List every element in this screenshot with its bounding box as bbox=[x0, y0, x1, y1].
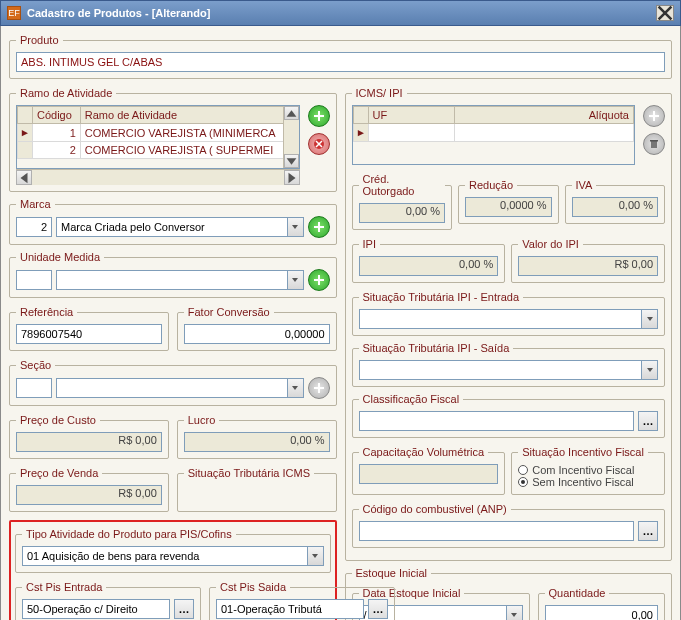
ipi-legend: IPI bbox=[359, 238, 380, 250]
window-title: Cadastro de Produtos - [Alterando] bbox=[27, 7, 210, 19]
title-bar: EF Cadastro de Produtos - [Alterando] bbox=[0, 0, 681, 26]
fator-legend: Fator Conversão bbox=[184, 306, 274, 318]
cred-outorgado-group: Créd. Outorgado 0,00 % bbox=[352, 173, 453, 230]
pis-entrada-lookup-button[interactable]: … bbox=[174, 599, 194, 619]
marca-group: Marca bbox=[9, 198, 337, 245]
quantidade-legend: Quantidade bbox=[545, 587, 610, 599]
unidade-combo[interactable] bbox=[56, 270, 304, 290]
ramo-legend: Ramo de Atividade bbox=[16, 87, 116, 99]
ramo-group: Ramo de Atividade Código Ramo de Ativida… bbox=[9, 87, 337, 192]
iva-value: 0,00 % bbox=[572, 197, 659, 217]
produto-input[interactable] bbox=[16, 52, 665, 72]
svg-rect-2 bbox=[650, 140, 658, 142]
produto-legend: Produto bbox=[16, 34, 63, 46]
pis-saida-input[interactable] bbox=[216, 599, 364, 619]
cap-vol-legend: Capacitação Volumétrica bbox=[359, 446, 489, 458]
unidade-add-button[interactable] bbox=[308, 269, 330, 291]
estoque-legend: Estoque Inicial bbox=[352, 567, 432, 579]
icms-grid[interactable]: UF Alíquota ▸ bbox=[352, 105, 636, 165]
scroll-down[interactable] bbox=[284, 154, 299, 168]
cod-combustivel-group: Código do combustivel (ANP) … bbox=[352, 503, 666, 548]
icms-ipi-legend: ICMS/ IPI bbox=[352, 87, 407, 99]
fator-input[interactable] bbox=[184, 324, 330, 344]
sit-ipi-saida-legend: Situação Tributária IPI - Saída bbox=[359, 342, 514, 354]
quantidade-input[interactable] bbox=[545, 605, 659, 620]
reducao-group: Redução 0,0000 % bbox=[458, 179, 559, 224]
lucro-group: Lucro 0,00 % bbox=[177, 414, 337, 459]
sit-ipi-saida-combo[interactable] bbox=[359, 360, 659, 380]
unidade-code-input[interactable] bbox=[16, 270, 52, 290]
secao-group: Seção bbox=[9, 359, 337, 406]
incentivo-com-radio[interactable]: Com Incentivo Fiscal bbox=[518, 464, 658, 476]
fator-group: Fator Conversão bbox=[177, 306, 337, 351]
table-row[interactable]: ▸ 1 COMERCIO VAREJISTA (MINIMERCA bbox=[18, 124, 299, 142]
icms-ipi-group: ICMS/ IPI UF Alíquota ▸ bbox=[345, 87, 673, 561]
referencia-group: Referência bbox=[9, 306, 169, 351]
sit-ipi-entrada-group: Situação Tributária IPI - Entrada bbox=[352, 291, 666, 336]
secao-legend: Seção bbox=[16, 359, 55, 371]
chevron-down-icon[interactable] bbox=[641, 361, 657, 379]
close-button[interactable] bbox=[656, 5, 674, 21]
piscofins-highlight: Tipo Atividade do Produto para PIS/Cofin… bbox=[9, 520, 337, 620]
cod-combustivel-input[interactable] bbox=[359, 521, 635, 541]
reducao-legend: Redução bbox=[465, 179, 517, 191]
icms-add-button[interactable] bbox=[643, 105, 665, 127]
secao-add-button[interactable] bbox=[308, 377, 330, 399]
class-fiscal-lookup-button[interactable]: … bbox=[638, 411, 658, 431]
valor-ipi-group: Valor do IPI R$ 0,00 bbox=[511, 238, 665, 283]
scroll-left[interactable] bbox=[16, 170, 32, 185]
referencia-input[interactable] bbox=[16, 324, 162, 344]
chevron-down-icon[interactable] bbox=[641, 310, 657, 328]
secao-code-input[interactable] bbox=[16, 378, 52, 398]
scroll-up[interactable] bbox=[284, 106, 299, 120]
scroll-right[interactable] bbox=[284, 170, 300, 185]
unidade-group: Unidade Medida bbox=[9, 251, 337, 298]
reducao-value: 0,0000 % bbox=[465, 197, 552, 217]
secao-combo[interactable] bbox=[56, 378, 304, 398]
sit-ipi-entrada-legend: Situação Tributária IPI - Entrada bbox=[359, 291, 524, 303]
sit-ipi-entrada-combo[interactable] bbox=[359, 309, 659, 329]
valor-ipi-value: R$ 0,00 bbox=[518, 256, 658, 276]
ramo-grid[interactable]: Código Ramo de Atividade ▸ 1 COMERCIO VA… bbox=[16, 105, 300, 169]
ramo-delete-button[interactable] bbox=[308, 133, 330, 155]
marca-add-button[interactable] bbox=[308, 216, 330, 238]
class-fiscal-group: Classificação Fiscal … bbox=[352, 393, 666, 438]
preco-custo-group: Preço de Custo R$ 0,00 bbox=[9, 414, 169, 459]
chevron-down-icon[interactable] bbox=[287, 271, 303, 289]
pis-entrada-group: Cst Pis Entrada … bbox=[15, 581, 201, 620]
marca-combo[interactable] bbox=[56, 217, 304, 237]
table-row[interactable]: 2 COMERCIO VAREJISTA ( SUPERMEI bbox=[18, 142, 299, 159]
cap-vol-group: Capacitação Volumétrica bbox=[352, 446, 506, 495]
tipo-atividade-combo[interactable] bbox=[22, 546, 324, 566]
cred-outorgado-legend: Créd. Outorgado bbox=[359, 173, 446, 197]
tipo-atividade-group: Tipo Atividade do Produto para PIS/Cofin… bbox=[15, 528, 331, 573]
marca-code-input[interactable] bbox=[16, 217, 52, 237]
ipi-group: IPI 0,00 % bbox=[352, 238, 506, 283]
incentivo-sem-radio[interactable]: Sem Incentivo Fiscal bbox=[518, 476, 658, 488]
ramo-col-desc: Ramo de Atividade bbox=[80, 107, 298, 124]
ramo-add-button[interactable] bbox=[308, 105, 330, 127]
class-fiscal-input[interactable] bbox=[359, 411, 635, 431]
window-content: Produto Ramo de Atividade Código Ramo de… bbox=[0, 26, 681, 620]
chevron-down-icon[interactable] bbox=[287, 379, 303, 397]
cod-combustivel-lookup-button[interactable]: … bbox=[638, 521, 658, 541]
chevron-down-icon[interactable] bbox=[506, 606, 522, 620]
radio-icon bbox=[518, 465, 528, 475]
sit-ipi-saida-group: Situação Tributária IPI - Saída bbox=[352, 342, 666, 387]
pis-saida-lookup-button[interactable]: … bbox=[368, 599, 388, 619]
class-fiscal-legend: Classificação Fiscal bbox=[359, 393, 464, 405]
sit-icms-group: Situação Tributária ICMS bbox=[177, 467, 337, 512]
iva-legend: IVA bbox=[572, 179, 597, 191]
icms-col-uf: UF bbox=[368, 107, 454, 124]
table-row[interactable]: ▸ bbox=[353, 124, 634, 142]
radio-icon bbox=[518, 477, 528, 487]
cap-vol-value bbox=[359, 464, 499, 484]
lucro-legend: Lucro bbox=[184, 414, 220, 426]
pis-entrada-input[interactable] bbox=[22, 599, 170, 619]
icms-col-aliquota: Alíquota bbox=[454, 107, 633, 124]
chevron-down-icon[interactable] bbox=[307, 547, 323, 565]
marca-legend: Marca bbox=[16, 198, 55, 210]
chevron-down-icon[interactable] bbox=[287, 218, 303, 236]
unidade-legend: Unidade Medida bbox=[16, 251, 104, 263]
icms-delete-button[interactable] bbox=[643, 133, 665, 155]
